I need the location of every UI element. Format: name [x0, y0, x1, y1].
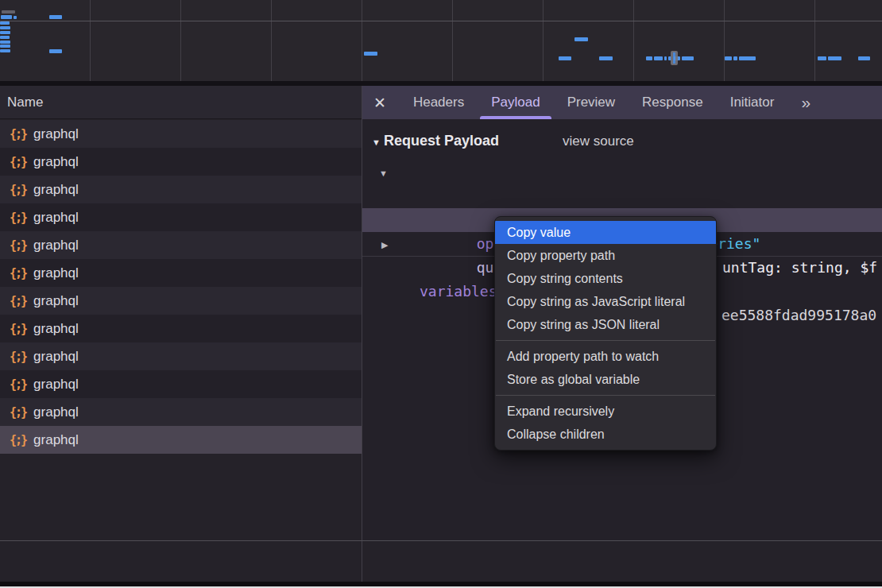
more-tabs-icon[interactable]: » [801, 93, 809, 112]
tab-preview[interactable]: Preview [567, 86, 615, 119]
requests-list: {;}graphql{;}graphql{;}graphql{;}graphql… [0, 120, 362, 454]
menu-item-copy-string-as-json-literal[interactable]: Copy string as JSON literal [495, 313, 716, 336]
request-name-label: graphql [33, 293, 79, 309]
network-request-row[interactable]: {;}graphql [0, 148, 362, 176]
property-key: variables [420, 280, 497, 304]
tab-headers[interactable]: Headers [413, 86, 464, 119]
json-fetch-icon: {;} [10, 433, 26, 447]
menu-item-copy-property-path[interactable]: Copy property path [495, 244, 716, 267]
menu-item-copy-string-contents[interactable]: Copy string contents [495, 267, 716, 290]
timeline-gridline [362, 0, 362, 81]
network-request-row[interactable]: {;}graphql [0, 176, 362, 203]
detail-tab-bar: ✕ HeadersPayloadPreviewResponseInitiator… [362, 86, 882, 119]
waterfall-bar [14, 16, 17, 19]
network-request-row[interactable]: {;}graphql [0, 259, 362, 287]
section-title: Request Payload [384, 133, 499, 149]
network-request-row[interactable]: {;}graphql [0, 203, 362, 231]
waterfall-bar [828, 56, 841, 60]
network-request-row[interactable]: {;}graphql [0, 370, 362, 398]
request-name-label: graphql [33, 432, 79, 448]
network-request-row[interactable]: {;}graphql [0, 120, 362, 148]
timeline-gridline [814, 0, 815, 81]
waterfall-bar [0, 41, 10, 44]
json-fetch-icon: {;} [10, 322, 26, 336]
waterfall-bar [0, 31, 10, 34]
waterfall-bar [1, 15, 12, 19]
timeline-gridline [180, 0, 181, 81]
menu-item-copy-string-as-javascript-literal[interactable]: Copy string as JavaScript literal [495, 290, 716, 313]
menu-item-expand-recursively[interactable]: Expand recursively [495, 400, 716, 423]
waterfall-bar [725, 56, 732, 60]
payload-root-row[interactable]: ▼ {operationName: "ipFlowTimeseries", va… [362, 161, 882, 184]
waterfall-bar [733, 56, 737, 60]
network-request-row[interactable]: {;}graphql [0, 342, 362, 370]
waterfall-bar [2, 10, 15, 14]
json-fetch-icon: {;} [10, 377, 26, 392]
tab-initiator[interactable]: Initiator [730, 86, 775, 119]
waterfall-bar [49, 15, 62, 19]
waterfall-bar [599, 56, 613, 60]
json-fetch-icon: {;} [10, 238, 26, 253]
json-fetch-icon: {;} [10, 155, 26, 169]
chevron-down-icon[interactable]: ▼ [372, 137, 381, 147]
json-fetch-icon: {;} [10, 405, 26, 420]
json-fetch-icon: {;} [10, 266, 26, 280]
name-column-header[interactable]: Name [0, 86, 362, 119]
waterfall-bar [0, 49, 10, 52]
waterfall-bar [654, 56, 663, 60]
timeline-gridline [90, 0, 91, 81]
property-value-fragment: untTag: string, $f [722, 256, 877, 280]
waterfall-bar [682, 56, 694, 60]
timeline-gridline [271, 0, 272, 81]
network-request-row[interactable]: {;}graphql [0, 398, 362, 426]
network-request-row[interactable]: {;}graphql [0, 287, 362, 315]
menu-item-add-property-path-to-watch[interactable]: Add property path to watch [495, 345, 716, 368]
json-fetch-icon: {;} [10, 294, 26, 308]
request-name-label: graphql [33, 321, 79, 337]
timeline-gridline [543, 0, 544, 81]
waterfall-bar [0, 26, 10, 29]
network-request-row[interactable]: {;}graphql [0, 426, 362, 454]
tab-response[interactable]: Response [642, 86, 703, 119]
request-name-label: graphql [33, 154, 79, 170]
request-name-label: graphql [33, 182, 79, 198]
view-source-link[interactable]: view source [563, 133, 634, 149]
waterfall-bar [49, 49, 62, 53]
payload-operationname-row[interactable]: operationName: "ipFlowTimeseries" [362, 184, 882, 208]
request-payload-section-header: ▼ Request Payload view source [362, 131, 882, 155]
waterfall-bar [574, 37, 588, 41]
waterfall-bar [818, 56, 826, 60]
chevron-down-icon[interactable]: ▼ [379, 161, 388, 185]
request-name-label: graphql [33, 349, 79, 365]
waterfall-bar [858, 56, 870, 60]
menu-item-store-as-global-variable[interactable]: Store as global variable [495, 368, 716, 391]
timeline-gridline [724, 0, 725, 81]
waterfall-bar [664, 56, 667, 60]
request-name-label: graphql [33, 126, 79, 142]
network-request-row[interactable]: {;}graphql [0, 315, 362, 342]
name-column-label: Name [7, 95, 43, 110]
timeline-gridline [452, 0, 453, 81]
close-icon[interactable]: ✕ [373, 94, 386, 112]
json-fetch-icon: {;} [10, 127, 26, 141]
timeline-selection-marker[interactable] [671, 51, 678, 65]
json-fetch-icon: {;} [10, 183, 26, 197]
request-name-label: graphql [33, 404, 79, 420]
waterfall-bar [0, 36, 10, 39]
request-name-label: graphql [33, 377, 79, 393]
devtools-network-panel: Name {;}graphql{;}graphql{;}graphql{;}gr… [0, 0, 882, 588]
waterfall-bar [0, 44, 10, 48]
request-name-label: graphql [33, 265, 79, 281]
request-name-label: graphql [33, 238, 79, 253]
network-overview-timeline[interactable] [0, 0, 882, 81]
timeline-divider-line [0, 21, 882, 21]
network-request-row[interactable]: {;}graphql [0, 231, 362, 259]
menu-divider [496, 395, 715, 396]
menu-item-collapse-children[interactable]: Collapse children [495, 423, 716, 446]
tab-payload[interactable]: Payload [491, 86, 540, 119]
json-fetch-icon: {;} [10, 350, 26, 364]
json-fetch-icon: {;} [10, 211, 26, 225]
context-menu: Copy valueCopy property pathCopy string … [494, 216, 717, 451]
chevron-right-icon[interactable]: ▶ [381, 233, 388, 257]
menu-item-copy-value[interactable]: Copy value [495, 221, 716, 244]
